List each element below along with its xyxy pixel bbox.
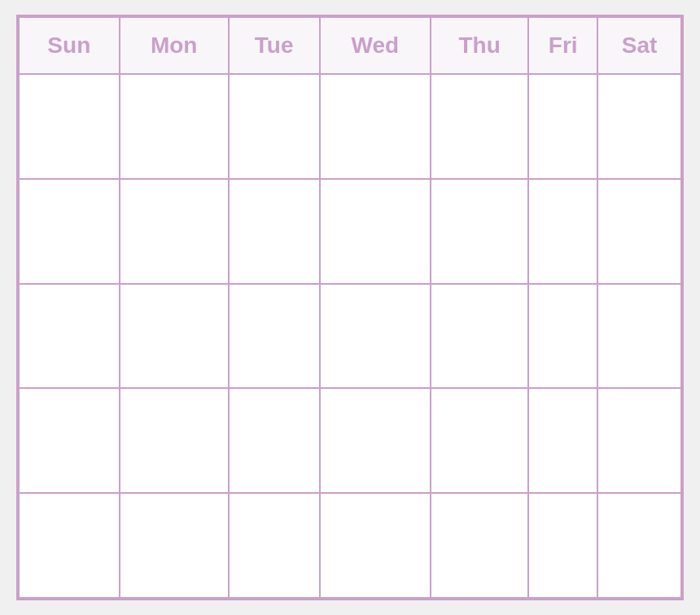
calendar-cell[interactable] bbox=[320, 493, 431, 598]
header-sat: Sat bbox=[597, 17, 681, 74]
calendar-cell[interactable] bbox=[597, 493, 681, 598]
calendar-cell[interactable] bbox=[120, 493, 229, 598]
calendar-cell[interactable] bbox=[19, 493, 120, 598]
calendar-cell[interactable] bbox=[528, 493, 597, 598]
calendar-row bbox=[19, 493, 681, 598]
header-fri: Fri bbox=[528, 17, 597, 74]
calendar-cell[interactable] bbox=[19, 74, 120, 179]
calendar-container: Sun Mon Tue Wed Thu Fri Sat bbox=[16, 15, 684, 600]
calendar-cell[interactable] bbox=[597, 284, 681, 389]
header-sun: Sun bbox=[19, 17, 120, 74]
calendar-cell[interactable] bbox=[19, 179, 120, 284]
header-wed: Wed bbox=[320, 17, 431, 74]
calendar-cell[interactable] bbox=[229, 493, 320, 598]
calendar-cell[interactable] bbox=[229, 179, 320, 284]
calendar-cell[interactable] bbox=[229, 388, 320, 493]
calendar-row bbox=[19, 388, 681, 493]
calendar-cell[interactable] bbox=[19, 284, 120, 389]
calendar-cell[interactable] bbox=[431, 74, 528, 179]
header-tue: Tue bbox=[229, 17, 320, 74]
calendar-cell[interactable] bbox=[120, 388, 229, 493]
calendar-table: Sun Mon Tue Wed Thu Fri Sat bbox=[18, 16, 682, 599]
calendar-cell[interactable] bbox=[597, 388, 681, 493]
calendar-cell[interactable] bbox=[528, 179, 597, 284]
calendar-cell[interactable] bbox=[431, 388, 528, 493]
calendar-cell[interactable] bbox=[528, 388, 597, 493]
calendar-cell[interactable] bbox=[120, 74, 229, 179]
calendar-cell[interactable] bbox=[120, 179, 229, 284]
calendar-cell[interactable] bbox=[120, 284, 229, 389]
calendar-cell[interactable] bbox=[229, 284, 320, 389]
calendar-cell[interactable] bbox=[229, 74, 320, 179]
calendar-cell[interactable] bbox=[528, 284, 597, 389]
calendar-row bbox=[19, 179, 681, 284]
calendar-row bbox=[19, 74, 681, 179]
calendar-cell[interactable] bbox=[19, 388, 120, 493]
header-mon: Mon bbox=[120, 17, 229, 74]
header-thu: Thu bbox=[431, 17, 528, 74]
calendar-cell[interactable] bbox=[320, 284, 431, 389]
calendar-cell[interactable] bbox=[320, 388, 431, 493]
calendar-cell[interactable] bbox=[431, 179, 528, 284]
calendar-cell[interactable] bbox=[597, 74, 681, 179]
calendar-cell[interactable] bbox=[320, 74, 431, 179]
calendar-cell[interactable] bbox=[431, 493, 528, 598]
calendar-cell[interactable] bbox=[431, 284, 528, 389]
calendar-row bbox=[19, 284, 681, 389]
calendar-header-row: Sun Mon Tue Wed Thu Fri Sat bbox=[19, 17, 681, 74]
calendar-cell[interactable] bbox=[320, 179, 431, 284]
calendar-cell[interactable] bbox=[597, 179, 681, 284]
calendar-cell[interactable] bbox=[528, 74, 597, 179]
